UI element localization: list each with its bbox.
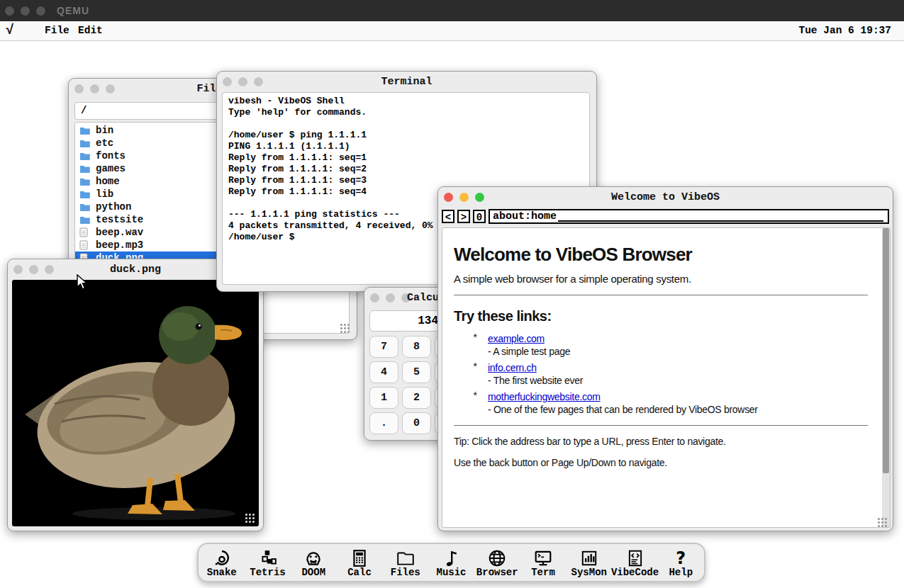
link-motherfuckingwebsite-com[interactable]: motherfuckingwebsite.com <box>488 391 601 402</box>
file-name: fonts <box>96 150 125 162</box>
music-note-icon <box>442 548 461 567</box>
desktop: QEMU √ File Edit Tue Jan 6 19:37 Files /… <box>0 0 904 588</box>
list-bullet: * <box>472 333 488 360</box>
folder-icon <box>79 189 91 199</box>
browser-window: Welcome to VibeOS < > 0 about:home Welco… <box>437 186 893 531</box>
menu-file[interactable]: File <box>45 25 69 36</box>
qemu-close-button[interactable] <box>5 6 14 16</box>
calc-button-1[interactable]: 1 <box>369 387 398 409</box>
divider <box>454 295 868 295</box>
dock-item-help[interactable]: ? Help <box>658 548 703 578</box>
dock-label: Files <box>391 567 420 578</box>
terminal-icon <box>534 548 552 567</box>
tip-text: Tip: Click the address bar to type a URL… <box>454 436 868 447</box>
list-item: * motherfuckingwebsite.com - One of the … <box>472 391 868 418</box>
menu-edit[interactable]: Edit <box>78 25 103 36</box>
file-name: bin <box>96 125 113 136</box>
forward-button[interactable]: > <box>457 210 470 223</box>
link-description: - The first website ever <box>488 375 583 386</box>
calc-button-2[interactable]: 2 <box>402 387 431 409</box>
page-heading: Welcome to VibeOS Browser <box>454 244 868 266</box>
snake-icon <box>213 548 231 567</box>
tip-text: Use the back button or Page Up/Down to n… <box>454 457 868 468</box>
link-example-com[interactable]: example.com <box>488 333 545 344</box>
image-viewer-window: duck.png <box>7 259 264 531</box>
folder-icon <box>79 215 91 225</box>
terminal-line: PING 1.1.1.1 (1.1.1.1) <box>228 141 584 152</box>
resize-grip[interactable] <box>340 323 350 334</box>
list-bullet: * <box>472 362 488 389</box>
calc-button-0[interactable]: 0 <box>402 412 431 434</box>
link-description: - A simple test page <box>488 346 570 357</box>
file-name: lib <box>96 188 113 200</box>
list-bullet: * <box>472 391 488 418</box>
tetris-icon <box>259 548 277 567</box>
resize-grip[interactable] <box>245 513 255 524</box>
terminal-line: Reply from 1.1.1.1: seq=2 <box>228 164 584 175</box>
link-info-cern-ch[interactable]: info.cern.ch <box>488 362 537 373</box>
scrollbar-track[interactable] <box>882 228 890 527</box>
bar-chart-icon <box>580 548 598 567</box>
folder-icon <box>79 151 91 161</box>
address-text: about:home <box>493 210 557 222</box>
folder-icon <box>79 138 91 148</box>
folder-icon <box>396 548 415 567</box>
file-name: testsite <box>96 214 143 225</box>
dock-label: Calc <box>347 567 372 578</box>
file-name: beep.mp3 <box>96 239 143 251</box>
terminal-line <box>228 118 584 130</box>
terminal-line: Type 'help' for commands. <box>228 107 584 118</box>
dock-item-music[interactable]: Music <box>429 548 474 578</box>
resize-grip[interactable] <box>877 517 888 528</box>
calc-button-7[interactable]: 7 <box>369 336 398 358</box>
dock-item-snake[interactable]: Snake <box>199 548 245 578</box>
calc-button-4[interactable]: 4 <box>369 361 398 383</box>
dock-label: Help <box>669 567 693 578</box>
dock-label: SysMon <box>571 567 607 578</box>
browser-title: Welcome to VibeOS <box>438 191 893 203</box>
qemu-zoom-button[interactable] <box>36 6 45 16</box>
home-button[interactable]: 0 <box>473 210 486 223</box>
list-item: * example.com - A simple test page <box>472 333 868 360</box>
dock-item-browser[interactable]: Browser <box>474 548 520 578</box>
calc-button-dot[interactable]: . <box>369 412 398 434</box>
address-bar[interactable]: about:home <box>489 209 889 224</box>
qemu-title: QEMU <box>57 5 89 16</box>
links-heading: Try these links: <box>454 308 868 324</box>
terminal-titlebar[interactable]: Terminal <box>217 72 596 91</box>
question-mark-icon: ? <box>676 548 686 567</box>
terminal-line: /home/user $ ping 1.1.1.1 <box>228 130 584 141</box>
file-name: games <box>96 163 125 174</box>
calculator-display-value: 134 <box>370 311 438 331</box>
dock-label: Snake <box>207 567 237 578</box>
folder-icon <box>79 125 91 135</box>
mouse-cursor <box>77 274 89 295</box>
file-icon <box>79 227 91 237</box>
folder-icon <box>79 176 91 186</box>
duck-illustration <box>12 280 259 526</box>
dock-item-sysmon[interactable]: SysMon <box>567 548 612 578</box>
dock-label: Browser <box>476 567 518 578</box>
dock-item-term[interactable]: Term <box>520 548 566 578</box>
scrollbar-thumb[interactable] <box>883 228 889 473</box>
menu-clock: Tue Jan 6 19:37 <box>798 25 891 36</box>
dock-item-calc[interactable]: Calc <box>337 548 382 578</box>
dock-item-files[interactable]: Files <box>383 548 428 578</box>
browser-viewport: Welcome to VibeOS Browser A simple web b… <box>442 227 891 528</box>
dock-item-vibecode[interactable]: VibeCode <box>613 548 658 578</box>
calc-button-5[interactable]: 5 <box>402 361 431 383</box>
back-button[interactable]: < <box>442 210 454 223</box>
dock-item-doom[interactable]: DOOM <box>291 548 336 578</box>
dock-label: DOOM <box>301 567 325 578</box>
file-name: home <box>96 176 120 187</box>
terminal-line: vibesh - VibeOS Shell <box>228 96 584 107</box>
dock-item-tetris[interactable]: Tetris <box>245 548 291 578</box>
qemu-minimize-button[interactable] <box>21 6 30 16</box>
browser-titlebar[interactable]: Welcome to VibeOS <box>438 187 893 207</box>
calc-button-8[interactable]: 8 <box>402 336 431 358</box>
terminal-line: Reply from 1.1.1.1: seq=3 <box>228 175 584 186</box>
browser-page: Welcome to VibeOS Browser A simple web b… <box>442 228 882 527</box>
file-name: beep.wav <box>96 227 143 238</box>
browser-toolbar: < > 0 about:home <box>442 208 889 225</box>
dock-label: Music <box>436 567 466 578</box>
